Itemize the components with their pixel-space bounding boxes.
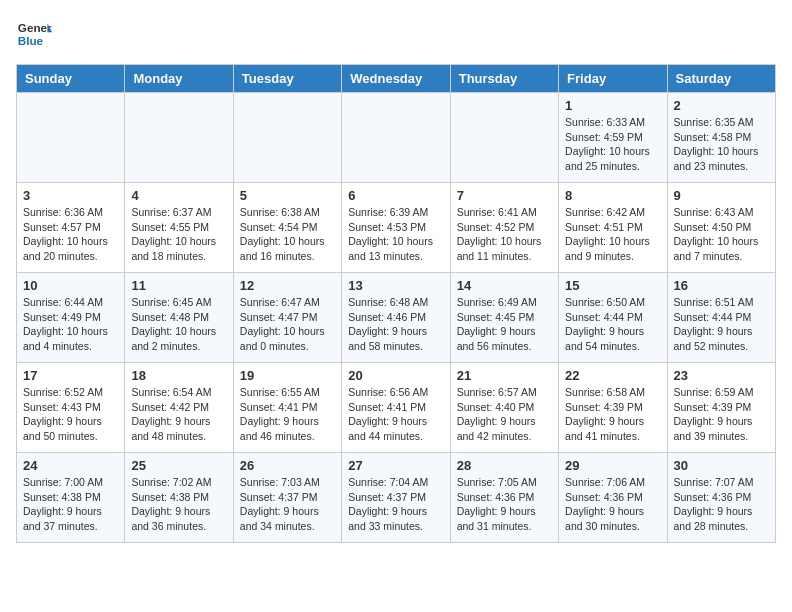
calendar-cell (125, 93, 233, 183)
day-info: Sunrise: 6:51 AM Sunset: 4:44 PM Dayligh… (674, 295, 769, 354)
day-number: 23 (674, 368, 769, 383)
logo: General Blue (16, 16, 52, 52)
svg-text:General: General (18, 21, 52, 34)
day-number: 26 (240, 458, 335, 473)
calendar-cell: 22Sunrise: 6:58 AM Sunset: 4:39 PM Dayli… (559, 363, 667, 453)
calendar-cell: 18Sunrise: 6:54 AM Sunset: 4:42 PM Dayli… (125, 363, 233, 453)
day-info: Sunrise: 7:07 AM Sunset: 4:36 PM Dayligh… (674, 475, 769, 534)
calendar-cell: 23Sunrise: 6:59 AM Sunset: 4:39 PM Dayli… (667, 363, 775, 453)
day-info: Sunrise: 6:36 AM Sunset: 4:57 PM Dayligh… (23, 205, 118, 264)
day-number: 2 (674, 98, 769, 113)
svg-text:Blue: Blue (18, 34, 44, 47)
day-info: Sunrise: 7:05 AM Sunset: 4:36 PM Dayligh… (457, 475, 552, 534)
day-number: 17 (23, 368, 118, 383)
calendar-cell: 3Sunrise: 6:36 AM Sunset: 4:57 PM Daylig… (17, 183, 125, 273)
day-info: Sunrise: 7:03 AM Sunset: 4:37 PM Dayligh… (240, 475, 335, 534)
day-number: 14 (457, 278, 552, 293)
day-info: Sunrise: 6:50 AM Sunset: 4:44 PM Dayligh… (565, 295, 660, 354)
day-info: Sunrise: 6:49 AM Sunset: 4:45 PM Dayligh… (457, 295, 552, 354)
day-number: 28 (457, 458, 552, 473)
day-number: 1 (565, 98, 660, 113)
calendar-cell: 28Sunrise: 7:05 AM Sunset: 4:36 PM Dayli… (450, 453, 558, 543)
calendar-cell: 9Sunrise: 6:43 AM Sunset: 4:50 PM Daylig… (667, 183, 775, 273)
calendar-cell: 12Sunrise: 6:47 AM Sunset: 4:47 PM Dayli… (233, 273, 341, 363)
calendar-cell: 1Sunrise: 6:33 AM Sunset: 4:59 PM Daylig… (559, 93, 667, 183)
day-number: 10 (23, 278, 118, 293)
calendar-week-row: 3Sunrise: 6:36 AM Sunset: 4:57 PM Daylig… (17, 183, 776, 273)
day-info: Sunrise: 6:55 AM Sunset: 4:41 PM Dayligh… (240, 385, 335, 444)
day-number: 3 (23, 188, 118, 203)
weekday-header-tuesday: Tuesday (233, 65, 341, 93)
weekday-header-sunday: Sunday (17, 65, 125, 93)
day-info: Sunrise: 6:42 AM Sunset: 4:51 PM Dayligh… (565, 205, 660, 264)
calendar-cell: 13Sunrise: 6:48 AM Sunset: 4:46 PM Dayli… (342, 273, 450, 363)
calendar-cell (342, 93, 450, 183)
day-info: Sunrise: 6:44 AM Sunset: 4:49 PM Dayligh… (23, 295, 118, 354)
day-number: 7 (457, 188, 552, 203)
day-info: Sunrise: 6:35 AM Sunset: 4:58 PM Dayligh… (674, 115, 769, 174)
calendar-cell: 6Sunrise: 6:39 AM Sunset: 4:53 PM Daylig… (342, 183, 450, 273)
calendar-cell: 19Sunrise: 6:55 AM Sunset: 4:41 PM Dayli… (233, 363, 341, 453)
day-info: Sunrise: 7:00 AM Sunset: 4:38 PM Dayligh… (23, 475, 118, 534)
weekday-header-friday: Friday (559, 65, 667, 93)
day-number: 12 (240, 278, 335, 293)
calendar-cell: 21Sunrise: 6:57 AM Sunset: 4:40 PM Dayli… (450, 363, 558, 453)
day-number: 13 (348, 278, 443, 293)
day-number: 29 (565, 458, 660, 473)
day-info: Sunrise: 6:52 AM Sunset: 4:43 PM Dayligh… (23, 385, 118, 444)
calendar-cell: 5Sunrise: 6:38 AM Sunset: 4:54 PM Daylig… (233, 183, 341, 273)
calendar-cell (17, 93, 125, 183)
calendar-header-row: SundayMondayTuesdayWednesdayThursdayFrid… (17, 65, 776, 93)
day-number: 9 (674, 188, 769, 203)
day-number: 30 (674, 458, 769, 473)
weekday-header-monday: Monday (125, 65, 233, 93)
weekday-header-saturday: Saturday (667, 65, 775, 93)
calendar-cell: 2Sunrise: 6:35 AM Sunset: 4:58 PM Daylig… (667, 93, 775, 183)
day-number: 25 (131, 458, 226, 473)
day-number: 15 (565, 278, 660, 293)
calendar-cell: 4Sunrise: 6:37 AM Sunset: 4:55 PM Daylig… (125, 183, 233, 273)
weekday-header-wednesday: Wednesday (342, 65, 450, 93)
calendar-cell: 26Sunrise: 7:03 AM Sunset: 4:37 PM Dayli… (233, 453, 341, 543)
day-info: Sunrise: 6:33 AM Sunset: 4:59 PM Dayligh… (565, 115, 660, 174)
calendar-cell: 11Sunrise: 6:45 AM Sunset: 4:48 PM Dayli… (125, 273, 233, 363)
calendar-cell: 7Sunrise: 6:41 AM Sunset: 4:52 PM Daylig… (450, 183, 558, 273)
day-number: 16 (674, 278, 769, 293)
day-info: Sunrise: 6:54 AM Sunset: 4:42 PM Dayligh… (131, 385, 226, 444)
calendar-week-row: 17Sunrise: 6:52 AM Sunset: 4:43 PM Dayli… (17, 363, 776, 453)
day-info: Sunrise: 6:37 AM Sunset: 4:55 PM Dayligh… (131, 205, 226, 264)
day-number: 24 (23, 458, 118, 473)
calendar-cell: 14Sunrise: 6:49 AM Sunset: 4:45 PM Dayli… (450, 273, 558, 363)
day-number: 22 (565, 368, 660, 383)
calendar-week-row: 1Sunrise: 6:33 AM Sunset: 4:59 PM Daylig… (17, 93, 776, 183)
weekday-header-thursday: Thursday (450, 65, 558, 93)
calendar-cell: 16Sunrise: 6:51 AM Sunset: 4:44 PM Dayli… (667, 273, 775, 363)
day-number: 21 (457, 368, 552, 383)
day-number: 4 (131, 188, 226, 203)
day-info: Sunrise: 7:02 AM Sunset: 4:38 PM Dayligh… (131, 475, 226, 534)
day-info: Sunrise: 6:43 AM Sunset: 4:50 PM Dayligh… (674, 205, 769, 264)
day-info: Sunrise: 6:41 AM Sunset: 4:52 PM Dayligh… (457, 205, 552, 264)
calendar-table: SundayMondayTuesdayWednesdayThursdayFrid… (16, 64, 776, 543)
calendar-cell: 8Sunrise: 6:42 AM Sunset: 4:51 PM Daylig… (559, 183, 667, 273)
day-info: Sunrise: 6:57 AM Sunset: 4:40 PM Dayligh… (457, 385, 552, 444)
calendar-cell: 29Sunrise: 7:06 AM Sunset: 4:36 PM Dayli… (559, 453, 667, 543)
day-info: Sunrise: 6:59 AM Sunset: 4:39 PM Dayligh… (674, 385, 769, 444)
day-number: 8 (565, 188, 660, 203)
day-info: Sunrise: 7:04 AM Sunset: 4:37 PM Dayligh… (348, 475, 443, 534)
day-info: Sunrise: 6:45 AM Sunset: 4:48 PM Dayligh… (131, 295, 226, 354)
calendar-cell: 30Sunrise: 7:07 AM Sunset: 4:36 PM Dayli… (667, 453, 775, 543)
calendar-cell (233, 93, 341, 183)
day-info: Sunrise: 6:48 AM Sunset: 4:46 PM Dayligh… (348, 295, 443, 354)
day-number: 5 (240, 188, 335, 203)
day-number: 11 (131, 278, 226, 293)
calendar-week-row: 10Sunrise: 6:44 AM Sunset: 4:49 PM Dayli… (17, 273, 776, 363)
day-info: Sunrise: 6:39 AM Sunset: 4:53 PM Dayligh… (348, 205, 443, 264)
day-number: 27 (348, 458, 443, 473)
day-number: 19 (240, 368, 335, 383)
calendar-cell: 15Sunrise: 6:50 AM Sunset: 4:44 PM Dayli… (559, 273, 667, 363)
logo-icon: General Blue (16, 16, 52, 52)
calendar-cell (450, 93, 558, 183)
day-info: Sunrise: 6:38 AM Sunset: 4:54 PM Dayligh… (240, 205, 335, 264)
day-info: Sunrise: 6:58 AM Sunset: 4:39 PM Dayligh… (565, 385, 660, 444)
